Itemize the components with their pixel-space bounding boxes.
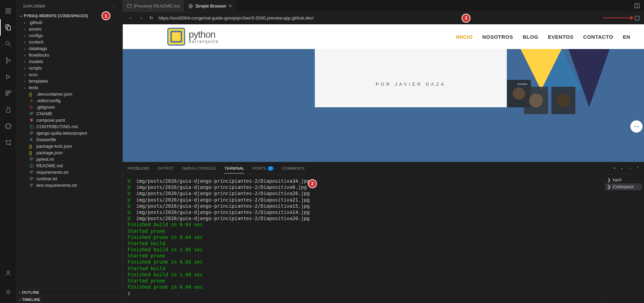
file-package.json[interactable]: {}package.json <box>20 149 122 156</box>
file-requirements.txt[interactable]: requirements.txt <box>20 169 122 175</box>
folder-content[interactable]: ›content <box>20 39 122 45</box>
tab-simple-browser[interactable]: Simple Browser ✕ <box>184 0 237 12</box>
tab-debug-console[interactable]: DEBUG CONSOLE <box>182 166 216 170</box>
chevron-right-icon: › <box>23 79 27 83</box>
tab-comments[interactable]: COMMENTS <box>282 166 305 170</box>
tab-problems[interactable]: PROBLEMS <box>128 166 150 170</box>
editor-tabs: [Preview] README.md Simple Browser ✕ <box>123 0 644 12</box>
outline-section[interactable]: ›OUTLINE <box>16 289 122 296</box>
tab-ports[interactable]: PORTS2 <box>252 166 273 170</box>
terminal-line: U img/posts/2020/guia-django-principiant… <box>128 209 598 215</box>
run-debug-icon[interactable] <box>0 69 16 85</box>
file-compose.yaml[interactable]: compose.yaml <box>20 117 122 123</box>
terminal-dropdown-icon[interactable]: ⌄ <box>620 166 623 170</box>
file-package-lock.json[interactable]: {}package-lock.json <box>20 143 122 149</box>
tab-preview-readme[interactable]: [Preview] README.md <box>123 0 184 12</box>
file-Dockerfile[interactable]: Dockerfile <box>20 136 122 143</box>
chevron-right-icon: › <box>23 40 27 44</box>
file-.devcontainer.json[interactable]: {}.devcontainer.json <box>20 91 122 97</box>
nav-en[interactable]: EN <box>623 34 630 40</box>
git-graph-icon[interactable] <box>0 134 16 151</box>
file-.editorconfig[interactable]: .editorconfig <box>20 97 122 104</box>
logo-text-main: python <box>189 30 219 39</box>
terminal-output[interactable]: 2 U img/posts/2020/guia-django-principia… <box>123 174 603 303</box>
chevron-right-icon: › <box>23 34 27 38</box>
lines-icon <box>29 157 34 162</box>
split-editor-icon[interactable] <box>634 3 640 9</box>
account-icon[interactable] <box>0 265 16 281</box>
terminal-item-codespace[interactable]: ❯Codespace <box>605 183 642 190</box>
browser-toolbar: ← → ↻ https://scot3004-congenial-guide-g… <box>123 12 644 24</box>
folder-scss[interactable]: ›scss <box>20 71 122 78</box>
file-README.md[interactable]: README.md <box>20 162 122 169</box>
nav-blog[interactable]: BLOG <box>523 34 538 40</box>
search-icon[interactable] <box>0 36 16 52</box>
folder-.github[interactable]: ›.github <box>20 19 122 26</box>
reload-icon[interactable]: ↻ <box>148 15 154 21</box>
extensions-icon[interactable] <box>0 85 16 101</box>
folder-configs[interactable]: ›configs <box>20 32 122 39</box>
terminal-more-icon[interactable]: ··· <box>628 166 631 170</box>
file-CONTRIBUTING.md[interactable]: CONTRIBUTING.md <box>20 123 122 130</box>
gear-icon <box>29 98 34 103</box>
site-nav: INICIONOSOTROSBLOGEVENTOSCONTACTOEN <box>456 34 630 40</box>
callout-3: 3 <box>462 14 470 23</box>
file-test-requirements.txt[interactable]: test-requirements.txt <box>20 182 122 189</box>
menu-icon[interactable] <box>0 3 16 19</box>
back-icon[interactable]: ← <box>128 15 134 21</box>
svg-point-2 <box>6 41 9 45</box>
lines-icon <box>29 183 34 188</box>
nav-nosotros[interactable]: NOSOTROS <box>482 34 513 40</box>
folder-scripts[interactable]: ›scripts <box>20 65 122 71</box>
info-icon <box>29 163 34 168</box>
forward-icon[interactable]: → <box>138 15 144 21</box>
nav-contacto[interactable]: CONTACTO <box>583 34 613 40</box>
svg-point-44 <box>637 126 639 127</box>
file-django-quilla.lektorproject[interactable]: django-quilla.lektorproject <box>20 130 122 136</box>
testing-icon[interactable] <box>0 101 16 118</box>
browser-viewport: python Barranquilla INICIONOSOTROSBLOGEV… <box>123 24 644 162</box>
compose-icon <box>29 118 34 123</box>
file-runtime.txt[interactable]: runtime.txt <box>20 175 122 182</box>
callout-1: 1 <box>102 11 110 20</box>
folder-templates[interactable]: ›templates <box>20 78 122 84</box>
folder-flowblocks[interactable]: ›flowblocks <box>20 52 122 58</box>
settings-gear-icon[interactable] <box>0 284 16 300</box>
terminal-line: Finished prune in 0.04 sec <box>128 284 598 290</box>
folder-tests[interactable]: ›tests <box>20 84 122 91</box>
terminal-item-bash[interactable]: ❯bash <box>605 177 642 183</box>
file-CNAME[interactable]: CNAME <box>20 110 122 117</box>
svg-point-4 <box>6 62 8 63</box>
file-pytest.ini[interactable]: pytest.ini <box>20 156 122 162</box>
terminal-line: Finished build in 8.93 sec <box>128 221 598 228</box>
explorer-icon[interactable] <box>0 19 16 36</box>
folder-assets[interactable]: ›assets <box>20 26 122 32</box>
svg-point-10 <box>6 140 7 142</box>
svg-point-14 <box>7 291 9 293</box>
terminal-line: Finished build in 1.09 sec <box>128 271 598 278</box>
nav-eventos[interactable]: EVENTOS <box>548 34 574 40</box>
tab-output[interactable]: OUTPUT <box>158 166 174 170</box>
svg-point-11 <box>9 140 11 142</box>
site-logo[interactable]: python Barranquilla <box>167 28 219 46</box>
folder-models[interactable]: ›models <box>20 58 122 65</box>
open-external-icon[interactable] <box>634 15 640 21</box>
source-control-icon[interactable] <box>0 52 16 69</box>
more-icon[interactable]: ··· <box>110 4 116 8</box>
folder-databags[interactable]: ›databags <box>20 45 122 52</box>
explorer-sidebar: EXPLORER ··· ⌄ PYBAQ-WEBSITE [CODESPACES… <box>16 0 123 303</box>
file-.gitignore[interactable]: .gitignore <box>20 104 122 110</box>
floating-help-icon[interactable] <box>630 120 643 133</box>
terminal-line: U img/posts/2020/guia-django-principiant… <box>128 190 598 196</box>
new-terminal-icon[interactable]: + <box>613 166 615 170</box>
terminal-line: U img/posts/2020/guia-django-principiant… <box>128 178 598 184</box>
timeline-section[interactable]: ›TIMELINE <box>16 296 122 303</box>
close-icon[interactable]: ✕ <box>228 3 232 9</box>
project-header[interactable]: ⌄ PYBAQ-WEBSITE [CODESPACES] 1 <box>16 12 122 19</box>
tab-terminal[interactable]: TERMINAL <box>224 166 244 173</box>
terminal-line: Finished build in 1.45 sec <box>128 246 598 253</box>
nav-inicio[interactable]: INICIO <box>456 34 473 40</box>
github-icon[interactable] <box>0 118 16 134</box>
url-bar[interactable]: https://scot3004-congenial-guide-gxrwpqr… <box>158 15 456 21</box>
terminal-maximize-icon[interactable]: ⌃ <box>636 166 639 170</box>
